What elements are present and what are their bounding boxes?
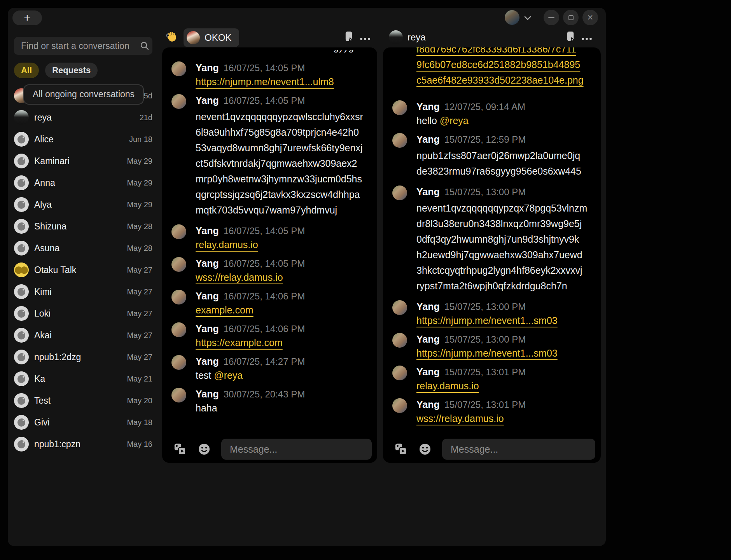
message-author[interactable]: Yang (416, 134, 440, 145)
conversation-item[interactable]: KaMay 21 (14, 368, 154, 390)
conversation-time: May 29 (127, 178, 152, 187)
message-content: f8dd769c762fc83393d6f13386/7c7119fc6b07e… (416, 47, 595, 88)
conversation-item[interactable]: KaminariMay 29 (14, 150, 154, 172)
conversation-name: Alya (34, 200, 121, 210)
message-author[interactable]: Yang (196, 356, 219, 367)
conversation-item[interactable]: AlyaMay 29 (14, 194, 154, 215)
avatar (171, 61, 186, 76)
avatar (14, 132, 29, 147)
message-header: Yang16/07/25, 14:05 PM (196, 224, 372, 239)
message-text: 0dfq3qy2hwumn8ghj7un9d3shjtnyv9k (416, 231, 595, 247)
mention[interactable]: @reya (214, 370, 243, 381)
maximize-button[interactable] (563, 10, 579, 25)
conversation-time: May 20 (127, 396, 152, 405)
message-author[interactable]: Yang (196, 95, 219, 106)
emoji-icon[interactable] (196, 441, 213, 458)
message: Yang16/07/25, 14:05 PMhttps://njump.me/n… (171, 61, 372, 88)
conversation-time: May 27 (127, 353, 152, 362)
message-link[interactable]: c5ae6f482e93933d502238ae104e.png (416, 72, 595, 88)
conversation-item[interactable]: npub1:cpznMay 16 (14, 433, 154, 455)
message-link[interactable]: relay.damus.io (196, 239, 258, 250)
conversation-item[interactable]: reya21d (14, 107, 154, 128)
conversation-item[interactable]: AkaiMay 27 (14, 324, 154, 346)
conversation-item[interactable]: GiviMay 18 (14, 411, 154, 433)
message-author[interactable]: Yang (416, 399, 440, 410)
message-link[interactable]: https://njump.me/nevent1...sm03 (416, 348, 558, 359)
message-author[interactable]: Yang (416, 366, 440, 377)
message-author[interactable]: Yang (196, 225, 219, 236)
account-avatar[interactable] (505, 10, 519, 25)
message-timestamp: 15/07/25, 13:00 PM (444, 334, 526, 345)
message-timestamp: 16/07/25, 14:06 PM (224, 291, 305, 301)
more-options-icon[interactable] (360, 36, 371, 42)
message-author[interactable]: Yang (416, 334, 440, 345)
message-link[interactable]: example.com (196, 304, 254, 315)
chat-avatar (187, 31, 200, 44)
close-button[interactable]: ✕ (582, 10, 598, 25)
media-attach-icon[interactable] (392, 441, 409, 458)
message-author[interactable]: Yang (196, 258, 219, 269)
mention[interactable]: @reya (440, 115, 469, 126)
search-input[interactable] (14, 37, 140, 55)
conversation-time: 21d (140, 113, 152, 122)
conversation-item[interactable]: TestMay 20 (14, 390, 154, 411)
minimize-button[interactable] (544, 10, 559, 25)
message-header: Yang16/07/25, 14:06 PM (196, 322, 372, 337)
message-input[interactable] (442, 439, 595, 460)
avatar (171, 94, 186, 109)
message-text: rypst7mta2t6wpjh0qfzkdrdgu8ch7n (416, 278, 595, 294)
avatar (171, 322, 186, 337)
chat-avatar[interactable] (389, 30, 403, 44)
avatar (392, 100, 407, 115)
message-header: Yang15/07/25, 13:00 PM (416, 185, 595, 200)
avatar (392, 133, 407, 148)
message-timestamp: 16/07/25, 14:05 PM (224, 226, 305, 236)
message: Yang16/07/25, 14:06 PMhttps://example.co… (171, 322, 372, 348)
conversation-item[interactable]: AliceJun 18 (14, 128, 154, 150)
message-author[interactable]: Yang (196, 323, 219, 334)
conversation-name: Ka (34, 374, 121, 384)
message-link[interactable]: wss://relay.damus.io (196, 272, 283, 283)
message-text: npub1zfss807aer0j26mwp2la0ume0jq (416, 148, 595, 163)
message-link[interactable]: wss://relay.damus.io (416, 413, 504, 424)
message-link[interactable]: https://njump.me/nevent1...sm03 (416, 315, 558, 326)
message-link[interactable]: 9fc6b07ed8ce6d251882b9851b44895 (416, 57, 595, 72)
emoji-icon[interactable] (416, 441, 434, 458)
message-author[interactable]: Yang (196, 290, 219, 301)
chevron-down-icon[interactable] (524, 15, 531, 22)
tab-all[interactable]: All (14, 63, 39, 78)
conversation-item[interactable]: Otaku TalkMay 27 (14, 259, 154, 281)
notes-icon[interactable] (345, 31, 355, 43)
message-link[interactable]: relay.damus.io (416, 380, 479, 391)
avatar (14, 154, 29, 168)
message-author[interactable]: Yang (196, 388, 219, 399)
message-header: Yang16/07/25, 14:05 PM (196, 61, 372, 76)
message-author[interactable]: Yang (196, 62, 219, 73)
notes-icon[interactable] (566, 31, 576, 43)
media-attach-icon[interactable] (171, 441, 189, 458)
message: Yang15/07/25, 13:00 PMnevent1qvzqqqqqqyp… (392, 185, 595, 294)
message-header: Yang16/07/25, 14:27 PM (196, 354, 372, 370)
message-link[interactable]: f8dd769c762fc83393d6f13386/7c711 (416, 47, 595, 57)
conversation-item[interactable]: AsunaMay 28 (14, 237, 154, 259)
message-link[interactable]: https://example.com (196, 337, 283, 348)
chat-title-chip[interactable]: OKOK (184, 28, 239, 47)
conversation-name: Asuna (34, 243, 121, 254)
message-timestamp: 16/07/25, 14:05 PM (224, 95, 305, 106)
conversation-item[interactable]: KimiMay 27 (14, 281, 154, 303)
message-input[interactable] (221, 439, 372, 460)
message-author[interactable]: Yang (416, 186, 440, 197)
new-chat-button[interactable]: + (12, 10, 42, 25)
conversation-item[interactable]: AnnaMay 29 (14, 172, 154, 194)
message-header: Yang16/07/25, 14:05 PM (196, 256, 372, 272)
conversation-item[interactable]: LokiMay 27 (14, 303, 154, 324)
conversation-item[interactable]: npub1:2dzgMay 27 (14, 346, 154, 368)
conversation-item[interactable]: ShizunaMay 28 (14, 215, 154, 237)
message-author[interactable]: Yang (416, 301, 440, 312)
tab-requests[interactable]: Requests (45, 63, 98, 78)
avatar (14, 197, 29, 212)
message-content: nevent1qvzqqqqqqypzqwlsccluhy6xxsr6l9a9u… (196, 109, 372, 218)
message-author[interactable]: Yang (416, 101, 440, 112)
message-link[interactable]: https://njump.me/nevent1...ulm8 (196, 76, 334, 87)
more-options-icon[interactable] (581, 36, 593, 42)
